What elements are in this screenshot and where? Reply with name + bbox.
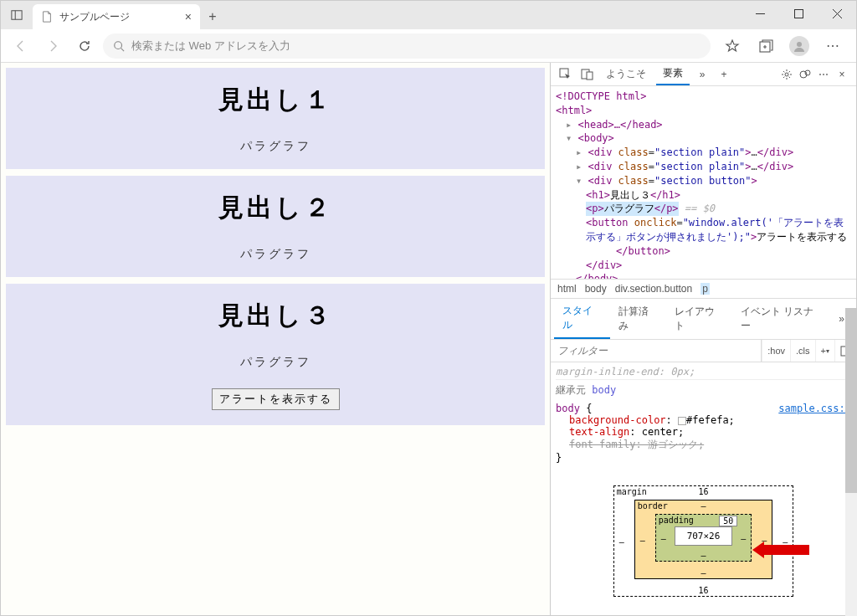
paragraph-1: パラグラフ [6, 139, 545, 154]
favorites-button[interactable] [719, 33, 746, 59]
padding-value-input[interactable]: 50 [719, 516, 737, 526]
collections-button[interactable] [752, 33, 779, 59]
address-input[interactable]: 検索または Web アドレスを入力 [103, 33, 711, 59]
device-toggle-icon[interactable] [577, 65, 596, 84]
page-icon [41, 11, 53, 23]
scrollbar[interactable] [845, 308, 856, 615]
section-3: 見出し３ パラグラフ アラートを表示する [6, 284, 545, 425]
section-2: 見出し２ パラグラフ [6, 176, 545, 277]
settings-icon[interactable] [777, 65, 796, 84]
avatar-icon [793, 39, 806, 53]
dom-tree[interactable]: <!DOCTYPE html> <html> ▸ <head>…</head> … [551, 86, 856, 279]
new-tab-button[interactable]: + [200, 4, 225, 29]
minimize-button[interactable] [741, 1, 779, 26]
more-tabs-icon[interactable]: » [693, 65, 711, 84]
box-model[interactable]: margin 16 –– border – –– padding 50 –– 7… [556, 465, 851, 615]
reload-button[interactable] [71, 33, 98, 59]
address-bar: 検索または Web アドレスを入力 ⋯ [1, 29, 856, 63]
svg-rect-0 [12, 11, 22, 20]
devtools-toolbar: ようこそ 要素 » + ⋯ × [551, 63, 856, 86]
alert-button[interactable]: アラートを表示する [212, 388, 340, 410]
browser-window: サンプルページ × + 検索または Web アドレスを入力 ⋯ 見出し１ [0, 0, 857, 616]
paragraph-3: パラグラフ [6, 355, 545, 370]
styles-tab-computed[interactable]: 計算済み [610, 300, 666, 338]
cls-toggle[interactable]: .cls [790, 340, 815, 362]
devtools-close-icon[interactable]: × [833, 65, 851, 84]
styles-tab-style[interactable]: スタイル [554, 299, 610, 339]
styles-tab-layout[interactable]: レイアウト [666, 300, 732, 338]
address-placeholder: 検索または Web アドレスを入力 [131, 38, 290, 54]
styles-filter-row: :hov .cls +▾ [551, 340, 856, 362]
inspect-icon[interactable] [556, 65, 574, 84]
close-tab-icon[interactable]: × [185, 10, 192, 23]
window-controls [741, 1, 856, 26]
forward-button[interactable] [39, 33, 66, 59]
more-icon[interactable]: ⋯ [814, 65, 833, 84]
close-button[interactable] [818, 1, 856, 26]
svg-rect-12 [587, 72, 593, 80]
search-icon [113, 40, 125, 52]
heading-1: 見出し１ [6, 83, 545, 117]
new-style-rule-icon[interactable]: +▾ [815, 340, 834, 362]
browser-tab[interactable]: サンプルページ × [33, 4, 200, 29]
devtools-panel: ようこそ 要素 » + ⋯ × <!DOCTYPE html> <html> ▸… [550, 63, 856, 615]
elements-tab[interactable]: 要素 [656, 63, 690, 85]
styles-tab-listeners[interactable]: イベント リスナー [732, 300, 830, 338]
styles-body[interactable]: margin-inline-end: 0px; 継承元 body body { … [551, 362, 856, 615]
tab-actions-icon[interactable] [1, 1, 33, 29]
svg-line-7 [121, 48, 125, 51]
feedback-icon[interactable] [796, 65, 814, 84]
svg-point-6 [115, 41, 122, 49]
dom-breadcrumb[interactable]: html body div.section.button p [551, 279, 856, 299]
annotation-arrow [764, 545, 809, 555]
source-link[interactable]: sample.css:1 [778, 403, 851, 414]
back-button[interactable] [8, 33, 34, 59]
paragraph-2: パラグラフ [6, 247, 545, 262]
maximize-button[interactable] [779, 1, 818, 26]
hov-toggle[interactable]: :hov [762, 340, 790, 362]
menu-button[interactable]: ⋯ [819, 33, 846, 59]
svg-point-13 [785, 73, 788, 76]
tab-title: サンプルページ [59, 10, 130, 24]
profile-button[interactable] [786, 33, 813, 59]
page-content: 見出し１ パラグラフ 見出し２ パラグラフ 見出し３ パラグラフ アラートを表示… [1, 63, 550, 615]
inherit-link[interactable]: body [592, 384, 616, 396]
title-bar: サンプルページ × + [1, 1, 856, 29]
section-1: 見出し１ パラグラフ [6, 68, 545, 169]
color-swatch[interactable] [678, 417, 686, 425]
svg-rect-3 [794, 9, 803, 18]
add-tab-icon[interactable]: + [715, 65, 733, 84]
heading-2: 見出し２ [6, 191, 545, 225]
styles-filter-input[interactable] [551, 340, 761, 362]
styles-tabs: スタイル 計算済み レイアウト イベント リスナー » [551, 299, 856, 340]
heading-3: 見出し３ [6, 299, 545, 333]
welcome-tab[interactable]: ようこそ [599, 64, 653, 85]
svg-point-9 [797, 42, 802, 47]
